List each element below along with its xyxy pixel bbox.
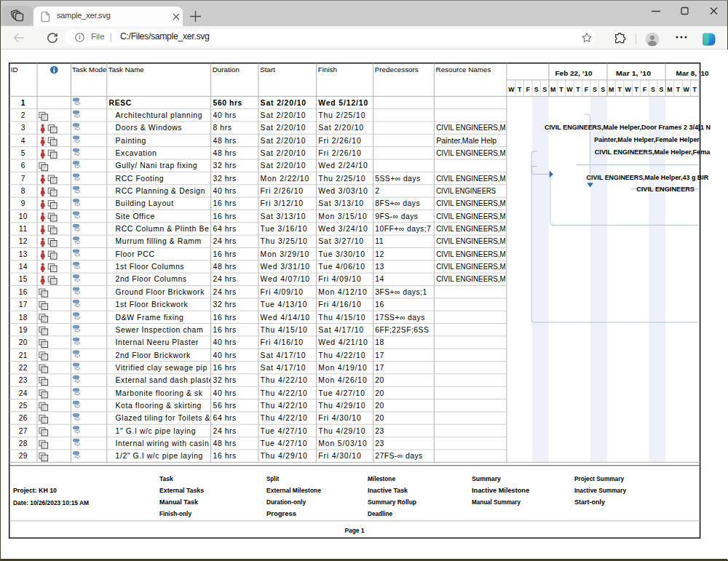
svg-text:CIVIL ENGINEERS,M: CIVIL ENGINEERS,M	[436, 263, 506, 271]
svg-text:Kota flooring & skirting: Kota flooring & skirting	[116, 402, 202, 410]
svg-text:CIVIL ENGINEERS: CIVIL ENGINEERS	[636, 185, 695, 193]
svg-text:Thu 4/29/10: Thu 4/29/10	[261, 452, 308, 460]
svg-text:Thu 4/22/10: Thu 4/22/10	[261, 414, 308, 422]
svg-text:Wed 4/14/10: Wed 4/14/10	[261, 314, 310, 322]
svg-text:19: 19	[19, 326, 28, 334]
svg-text:Thu 4/22/10: Thu 4/22/10	[261, 376, 308, 384]
svg-text:2nd Floor Columns: 2nd Floor Columns	[116, 275, 187, 283]
svg-text:Start-only: Start-only	[574, 498, 606, 506]
svg-text:28: 28	[19, 439, 28, 447]
svg-text:CIVIL ENGINEERS,M: CIVIL ENGINEERS,M	[436, 124, 506, 132]
svg-text:3: 3	[21, 124, 25, 132]
svg-text:Glazed tiling for Toilets &: Glazed tiling for Toilets &	[116, 414, 210, 422]
svg-text:Sat 4/17/10: Sat 4/17/10	[318, 326, 364, 334]
svg-text:External sand dash plaste: External sand dash plaste	[116, 376, 214, 384]
svg-text:20: 20	[19, 338, 28, 346]
svg-text:64 hrs: 64 hrs	[213, 414, 237, 422]
svg-text:Inactive Milestone: Inactive Milestone	[472, 486, 529, 494]
svg-text:20: 20	[375, 389, 384, 397]
svg-text:Fri 2/26/10: Fri 2/26/10	[318, 149, 361, 157]
svg-text:Manual Task: Manual Task	[159, 498, 199, 506]
svg-text:6: 6	[21, 162, 25, 170]
svg-text:ID: ID	[11, 65, 18, 73]
svg-text:Mon 3/15/10: Mon 3/15/10	[318, 212, 367, 220]
svg-text:16: 16	[375, 301, 384, 309]
svg-text:17: 17	[375, 364, 384, 372]
svg-text:External Tasks: External Tasks	[159, 486, 204, 494]
svg-text:16: 16	[19, 288, 28, 296]
svg-text:8 hrs: 8 hrs	[213, 124, 232, 132]
svg-text:T: T	[559, 86, 563, 93]
svg-text:Split: Split	[266, 474, 279, 482]
svg-text:Feb 22, ’10: Feb 22, ’10	[555, 69, 593, 77]
svg-text:Thu 4/29/10: Thu 4/29/10	[318, 427, 365, 435]
svg-text:CIVIL ENGINEERS,M: CIVIL ENGINEERS,M	[436, 237, 506, 245]
svg-text:Sat 3/27/10: Sat 3/27/10	[318, 237, 364, 245]
svg-text:27: 27	[19, 427, 28, 435]
svg-text:Mon 4/12/10: Mon 4/12/10	[318, 288, 367, 296]
svg-text:T: T	[693, 86, 697, 93]
svg-text:Tue 4/06/10: Tue 4/06/10	[318, 263, 365, 271]
svg-text:Sat 2/20/10: Sat 2/20/10	[261, 162, 306, 170]
svg-text:Inactive Task: Inactive Task	[368, 486, 408, 494]
svg-text:24 hrs: 24 hrs	[213, 427, 237, 435]
svg-text:CIVIL ENGINEERS,Male Helper,Do: CIVIL ENGINEERS,Male Helper,Door Frames …	[545, 123, 711, 131]
svg-text:56 hrs: 56 hrs	[213, 402, 237, 410]
svg-text:Fri 4/30/10: Fri 4/30/10	[318, 452, 361, 460]
svg-text:Sat 3/13/10: Sat 3/13/10	[318, 199, 364, 207]
svg-text:Painter,Male Help: Painter,Male Help	[436, 137, 496, 145]
svg-text:CIVIL ENGINEERS,M: CIVIL ENGINEERS,M	[436, 175, 506, 183]
svg-text:11: 11	[19, 225, 27, 233]
svg-text:T: T	[518, 86, 522, 93]
svg-text:16 hrs: 16 hrs	[213, 314, 237, 322]
svg-text:CIVIL ENGINEERS: CIVIL ENGINEERS	[436, 187, 496, 195]
svg-text:13: 13	[19, 250, 28, 258]
svg-text:Internal wiring with casin: Internal wiring with casin	[116, 439, 210, 447]
svg-text:11: 11	[375, 237, 384, 245]
svg-text:Deadline: Deadline	[368, 509, 392, 517]
svg-text:M: M	[609, 86, 614, 93]
svg-text:15: 15	[19, 275, 28, 283]
svg-text:16 hrs: 16 hrs	[213, 199, 237, 207]
svg-text:40 hrs: 40 hrs	[213, 338, 237, 346]
svg-text:10FF+∞ days;7: 10FF+∞ days;7	[375, 225, 431, 233]
svg-text:1" G.I w/c pipe laying: 1" G.I w/c pipe laying	[116, 427, 196, 435]
svg-text:Duration-only: Duration-only	[266, 498, 306, 506]
svg-text:Task Mode: Task Mode	[72, 65, 107, 73]
svg-text:Milestone: Milestone	[368, 474, 395, 482]
svg-text:12: 12	[375, 250, 384, 258]
svg-text:560 hrs: 560 hrs	[213, 99, 242, 107]
svg-text:Ground Floor Brickwork: Ground Floor Brickwork	[116, 288, 205, 296]
svg-text:CIVIL ENGINEERS,M: CIVIL ENGINEERS,M	[436, 250, 506, 258]
svg-text:CIVIL ENGINEERS,M: CIVIL ENGINEERS,M	[436, 225, 506, 233]
svg-text:16 hrs: 16 hrs	[213, 326, 237, 334]
svg-text:Fri 4/09/10: Fri 4/09/10	[318, 275, 361, 283]
svg-text:F: F	[585, 86, 589, 93]
svg-text:CIVIL ENGINEERS,M: CIVIL ENGINEERS,M	[436, 212, 506, 220]
svg-text:6FF;22SF;6SS: 6FF;22SF;6SS	[375, 326, 429, 334]
svg-text:Task Name: Task Name	[108, 65, 145, 73]
svg-text:Tue 3/16/10: Tue 3/16/10	[261, 225, 308, 233]
svg-text:Summary: Summary	[472, 474, 502, 482]
svg-text:Fri 4/16/10: Fri 4/16/10	[261, 338, 304, 346]
svg-text:Thu 4/22/10: Thu 4/22/10	[318, 351, 365, 359]
svg-text:2: 2	[375, 187, 379, 195]
svg-text:Wed 4/07/10: Wed 4/07/10	[261, 275, 310, 283]
svg-text:S: S	[534, 86, 539, 93]
svg-text:Sat 4/17/10: Sat 4/17/10	[261, 364, 306, 372]
svg-text:M: M	[667, 86, 672, 93]
svg-text:Wed 5/12/10: Wed 5/12/10	[318, 99, 368, 107]
svg-text:23: 23	[375, 439, 384, 447]
svg-text:Sat 2/20/10: Sat 2/20/10	[261, 137, 306, 145]
svg-text:14: 14	[375, 275, 384, 283]
svg-text:18: 18	[375, 338, 384, 346]
svg-text:29: 29	[19, 452, 28, 460]
svg-text:Marbonite flooring & sk: Marbonite flooring & sk	[116, 389, 203, 397]
svg-text:Manual Summary: Manual Summary	[472, 498, 521, 506]
svg-text:T: T	[617, 86, 622, 93]
svg-text:Fri 4/16/10: Fri 4/16/10	[318, 301, 361, 309]
svg-text:Mar 8, ’10: Mar 8, ’10	[676, 69, 710, 77]
svg-text:Mon 4/26/10: Mon 4/26/10	[318, 376, 367, 384]
svg-text:23: 23	[19, 376, 28, 384]
svg-text:24 hrs: 24 hrs	[213, 275, 237, 283]
